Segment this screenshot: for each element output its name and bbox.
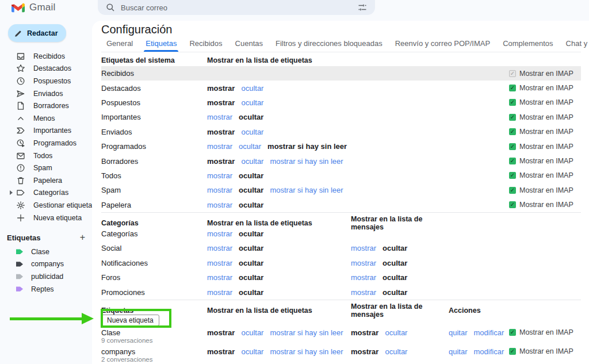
sidebar-label-publicidad[interactable]: publicidad [0, 270, 92, 283]
option-group: mostrarocultar [207, 171, 351, 180]
option-group: mostrarocultar [351, 259, 449, 267]
tab-etiquetas[interactable]: Etiquetas [139, 39, 183, 52]
option-mostrar[interactable]: mostrar [207, 259, 232, 267]
search-bar[interactable] [98, 0, 375, 15]
sidebar-item-importantes[interactable]: Importantes [0, 125, 92, 137]
option-quitar[interactable]: quitar [449, 328, 468, 337]
option-mostrar[interactable]: mostrar [207, 171, 232, 180]
sidebar-label-clase[interactable]: Clase [0, 246, 92, 258]
option-mostrar[interactable]: mostrar [207, 186, 232, 194]
sidebar-label-reptes[interactable]: Reptes [0, 283, 92, 296]
search-icon[interactable] [106, 3, 115, 12]
option-ocultar: ocultar [239, 288, 263, 297]
tab-general[interactable]: General [101, 39, 139, 52]
option-mostrar[interactable]: mostrar [207, 201, 232, 209]
imap-checkbox[interactable]: ✓ [509, 201, 516, 208]
imap-checkbox[interactable]: ✓ [509, 172, 516, 179]
option-ocultar[interactable]: ocultar [241, 347, 263, 356]
imap-checkbox[interactable]: ✓ [509, 85, 516, 91]
tab-complementos[interactable]: Complementos [496, 39, 559, 52]
imap-cell: ✓Mostrar en IMAP [509, 346, 581, 355]
sidebar-item-menos[interactable]: Menos [0, 112, 92, 125]
imap-label: Mostrar en IMAP [519, 113, 573, 121]
label-name-cell: Todos [101, 171, 207, 180]
tab-cuentas[interactable]: Cuentas [229, 39, 269, 52]
option-mostrar-si-hay-sin-leer[interactable]: mostrar si hay sin leer [270, 347, 343, 356]
sidebar-item-enviados[interactable]: Enviados [0, 87, 92, 100]
imap-cell: ✓Mostrar en IMAP [509, 113, 581, 121]
option-mostrar-si-hay-sin-leer[interactable]: mostrar si hay sin leer [270, 157, 343, 166]
option-mostrar[interactable]: mostrar [207, 244, 232, 252]
option-mostrar[interactable]: mostrar [207, 229, 232, 238]
sidebar-item-categorias[interactable]: Categorías [0, 187, 92, 200]
imap-checkbox[interactable]: ✓ [509, 143, 516, 150]
sidebar-label-companys[interactable]: companys [0, 258, 92, 271]
tab-recibidos[interactable]: Recibidos [183, 39, 228, 52]
imap-checkbox[interactable]: ✓ [509, 348, 516, 355]
imap-checkbox[interactable]: ✓ [509, 99, 516, 106]
option-quitar[interactable]: quitar [449, 347, 468, 356]
option-mostrar-si-hay-sin-leer[interactable]: mostrar si hay sin leer [270, 186, 343, 194]
imap-cell: ✓Mostrar en IMAP [509, 201, 581, 209]
sidebar-item-label: Pospuestos [33, 77, 71, 85]
search-options-tune-icon[interactable] [358, 3, 367, 12]
sidebar-item-borradores[interactable]: Borradores [0, 99, 92, 112]
option-ocultar[interactable]: ocultar [241, 98, 263, 107]
option-mostrar-si-hay-sin-leer[interactable]: mostrar si hay sin leer [270, 328, 343, 337]
star-icon [16, 64, 25, 73]
sidebar-item-gestionar-etiquetas[interactable]: Gestionar etiquetas [0, 199, 92, 212]
compose-button[interactable]: Redactar [8, 24, 66, 42]
option-mostrar[interactable]: mostrar [207, 113, 232, 121]
option-mostrar[interactable]: mostrar [351, 273, 376, 282]
tab-reenvio-y-correo-pop-imap[interactable]: Reenvío y correo POP/IMAP [389, 39, 496, 52]
imap-checkbox[interactable]: ✓ [509, 158, 516, 164]
option-ocultar: ocultar [239, 259, 263, 267]
tab-filtros-y-direcciones-bloqueadas[interactable]: Filtros y direcciones bloqueadas [269, 39, 389, 52]
option-ocultar: ocultar [239, 273, 263, 282]
imap-checkbox[interactable]: ✓ [509, 128, 516, 135]
imap-checkbox[interactable]: ✓ [509, 114, 516, 121]
imap-checkbox[interactable]: ✓ [509, 187, 516, 194]
option-mostrar[interactable]: mostrar [207, 142, 232, 151]
option-mostrar[interactable]: mostrar [351, 259, 376, 267]
expand-arrow-icon[interactable] [10, 190, 13, 195]
option-mostrar[interactable]: mostrar [351, 244, 376, 252]
sidebar-item-pospuestos[interactable]: Pospuestos [0, 75, 92, 87]
create-label-plus-icon[interactable]: + [80, 233, 85, 242]
option-ocultar[interactable]: ocultar [241, 84, 263, 93]
sidebar-item-todos[interactable]: Todos [0, 150, 92, 162]
option-modificar[interactable]: modificar [474, 328, 504, 337]
column-header: Acciones [449, 306, 509, 315]
option-ocultar[interactable]: ocultar [241, 157, 263, 166]
label-name-cell: Destacados [101, 84, 207, 93]
sidebar-item-recibidos[interactable]: Recibidos [0, 50, 92, 63]
option-ocultar[interactable]: ocultar [385, 347, 407, 356]
sidebar-item-papelera[interactable]: Papelera [0, 174, 92, 187]
imap-checkbox[interactable]: ✓ [509, 329, 516, 336]
option-mostrar[interactable]: mostrar [207, 273, 232, 282]
label-name: Destacados [101, 84, 207, 93]
tab-chat-y-meet[interactable]: Chat y Meet [560, 39, 589, 52]
option-ocultar[interactable]: ocultar [241, 328, 263, 337]
sidebar-item-programados[interactable]: Programados [0, 137, 92, 150]
table-row-promociones: Promocionesmostrarocultarmostrarocultar [101, 285, 581, 299]
search-input[interactable] [121, 3, 352, 12]
option-ocultar[interactable]: ocultar [385, 328, 407, 337]
sidebar-item-nueva-etiqueta[interactable]: Nueva etiqueta [0, 212, 92, 224]
sidebar-item-label: Gestionar etiquetas [33, 201, 95, 209]
label-name-cell: Papelera [101, 201, 207, 209]
sidebar-item-destacados[interactable]: Destacados [0, 63, 92, 75]
option-mostrar[interactable]: mostrar [351, 288, 376, 297]
option-modificar[interactable]: modificar [474, 347, 504, 356]
labels-section-header: Etiquetas + [0, 231, 92, 244]
option-ocultar[interactable]: ocultar [239, 142, 261, 151]
sidebar-item-spam[interactable]: Spam [0, 162, 92, 174]
label-name-cell: Borradores [101, 157, 207, 166]
compose-label: Redactar [27, 29, 58, 37]
new-label-button[interactable]: Nueva etiqueta [101, 315, 159, 326]
option-mostrar[interactable]: mostrar [207, 288, 232, 297]
table-row-destacados: Destacadosmostrarocultar✓Mostrar en IMAP [101, 81, 581, 95]
imap-label: Mostrar en IMAP [519, 84, 573, 92]
option-ocultar[interactable]: ocultar [241, 128, 263, 136]
option-group: mostrarocultarmostrar si hay sin leer [207, 327, 351, 337]
